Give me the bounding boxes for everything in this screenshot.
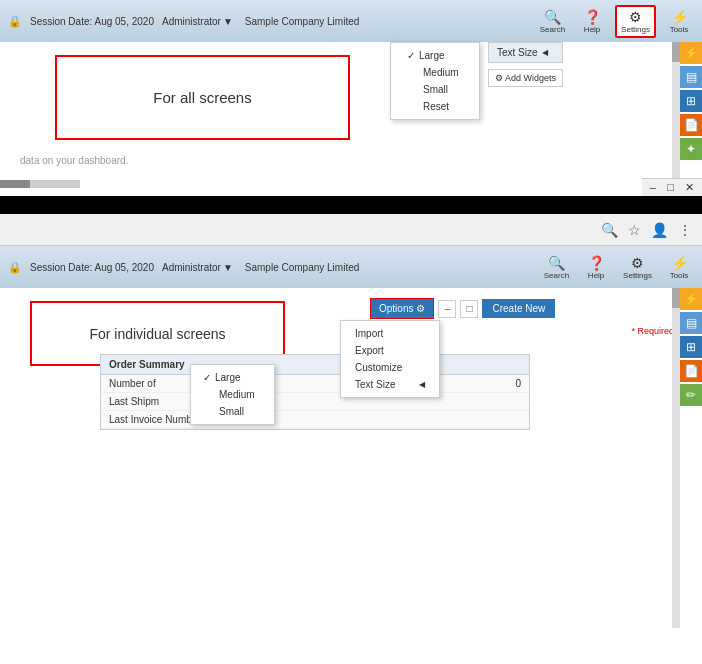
- sidebar-icon-doc-bottom[interactable]: 📄: [680, 360, 702, 382]
- text-size-dropdown-top: ✓ Large Medium Small Reset: [390, 42, 480, 120]
- scrollbar-thumb-bottom[interactable]: [672, 288, 680, 308]
- help-btn-top[interactable]: ❓ Help: [577, 7, 607, 36]
- bottom-bar: 🔒 Session Date: Aug 05, 2020 Administrat…: [0, 246, 702, 288]
- required-text: * Required: [631, 326, 674, 336]
- tools-btn-top[interactable]: ⚡ Tools: [664, 7, 694, 36]
- for-all-screens-box: For all screens: [55, 55, 350, 140]
- sidebar-icon-grid[interactable]: ⊞: [680, 90, 702, 112]
- checkmark-icon: ✓: [407, 50, 415, 61]
- large-option-bottom[interactable]: ✓ Large: [191, 369, 274, 386]
- triangle-icon-bottom: ◀: [419, 380, 425, 389]
- triangle-icon-top: ◀: [542, 48, 548, 57]
- help-btn-bottom[interactable]: ❓ Help: [581, 253, 611, 282]
- settings-icon: ⚙: [629, 9, 642, 25]
- order-row-value-3: [491, 414, 521, 425]
- sidebar-icon-table-bottom[interactable]: ▤: [680, 312, 702, 334]
- menu-icon[interactable]: ⋮: [678, 222, 692, 238]
- close-btn[interactable]: ✕: [685, 181, 694, 194]
- session-date-top: Session Date: Aug 05, 2020: [30, 16, 154, 27]
- top-section: 🔒 Session Date: Aug 05, 2020 Administrat…: [0, 0, 702, 200]
- zoom-icon[interactable]: 🔍: [601, 222, 618, 238]
- settings-btn-bottom[interactable]: ⚙ Settings: [619, 253, 656, 282]
- create-new-button[interactable]: Create New: [482, 299, 555, 318]
- sidebar-icon-doc[interactable]: 📄: [680, 114, 702, 136]
- bookmark-icon[interactable]: ☆: [628, 222, 641, 238]
- top-dropdown-area: ✓ Large Medium Small Reset Text Size ◀: [390, 42, 563, 120]
- small-option-top[interactable]: Small: [391, 81, 479, 98]
- sidebar-icon-table[interactable]: ▤: [680, 66, 702, 88]
- black-bar: [0, 200, 702, 214]
- order-row-value-1: 0: [491, 378, 521, 389]
- order-summary-row-1: Number of 0: [101, 375, 529, 393]
- scrollbar-top[interactable]: [672, 42, 680, 192]
- search-btn-bottom[interactable]: 🔍 Search: [540, 253, 573, 282]
- company-name-top: Sample Company Limited: [245, 16, 360, 27]
- order-summary-row-2: Last Shipm: [101, 393, 529, 411]
- tools-icon: ⚡: [671, 9, 688, 25]
- order-summary-panel: Order Summary Number of 0 Last Shipm Las…: [100, 354, 530, 430]
- right-sidebar-bottom: ⚡ ▤ ⊞ 📄 ✏: [680, 288, 702, 406]
- customize-option[interactable]: Customize: [341, 359, 439, 376]
- order-summary-row-3: Last Invoice Number: [101, 411, 529, 429]
- search-btn-top[interactable]: 🔍 Search: [536, 7, 569, 36]
- tools-btn-bottom[interactable]: ⚡ Tools: [664, 253, 694, 282]
- text-size-submenu: ✓ Large Medium Small: [190, 364, 275, 425]
- admin-dropdown-bottom[interactable]: Administrator ▼: [162, 262, 233, 273]
- lock-icon: 🔒: [8, 15, 22, 28]
- large-option-top[interactable]: ✓ Large: [391, 47, 479, 64]
- export-option[interactable]: Export: [341, 342, 439, 359]
- admin-dropdown-top[interactable]: Administrator ▼: [162, 16, 233, 27]
- window-chrome: – □ ✕: [642, 178, 702, 196]
- help-icon: ❓: [584, 9, 601, 25]
- bottom-section: 🔒 Session Date: Aug 05, 2020 Administrat…: [0, 246, 702, 664]
- medium-option-top[interactable]: Medium: [391, 64, 479, 81]
- options-button[interactable]: Options ⚙: [370, 298, 434, 319]
- sidebar-icon-lightning[interactable]: ⚡: [680, 42, 702, 64]
- lock-icon-bottom: 🔒: [8, 261, 22, 274]
- search-icon: 🔍: [544, 9, 561, 25]
- help-icon-bottom: ❓: [588, 255, 605, 271]
- session-date-bottom: Session Date: Aug 05, 2020: [30, 262, 154, 273]
- search-icon-bottom: 🔍: [548, 255, 565, 271]
- horiz-scroll-top[interactable]: [0, 180, 80, 188]
- expand-btn[interactable]: □: [460, 300, 478, 318]
- options-area: Options ⚙ – □ Create New: [370, 298, 555, 319]
- sidebar-icon-pencil-bottom[interactable]: ✏: [680, 384, 702, 406]
- options-dropdown: Import Export Customize Text Size ◀: [340, 320, 440, 398]
- scrollbar-thumb-top[interactable]: [672, 42, 680, 62]
- medium-option-bottom[interactable]: Medium: [191, 386, 274, 403]
- maximize-btn[interactable]: □: [667, 181, 674, 194]
- browser-chrome: 🔍 ☆ 👤 ⋮: [0, 214, 702, 246]
- order-row-label-3: Last Invoice Number: [109, 414, 491, 425]
- reset-option-top[interactable]: Reset: [391, 98, 479, 115]
- order-row-value-2: [491, 396, 521, 407]
- options-gear-icon: ⚙: [416, 303, 425, 314]
- settings-btn-top[interactable]: ⚙ Settings: [615, 5, 656, 38]
- account-icon[interactable]: 👤: [651, 222, 668, 238]
- sidebar-icon-lightning-bottom[interactable]: ⚡: [680, 288, 702, 310]
- import-option[interactable]: Import: [341, 325, 439, 342]
- sidebar-icon-grid-bottom[interactable]: ⊞: [680, 336, 702, 358]
- small-option-bottom[interactable]: Small: [191, 403, 274, 420]
- company-name-bottom: Sample Company Limited: [245, 262, 360, 273]
- collapse-btn[interactable]: –: [438, 300, 456, 318]
- top-bar: 🔒 Session Date: Aug 05, 2020 Administrat…: [0, 0, 702, 42]
- scrollbar-right-bottom[interactable]: [672, 288, 680, 628]
- sidebar-icon-star[interactable]: ✦: [680, 138, 702, 160]
- right-sidebar-top: ⚡ ▤ ⊞ 📄 ✦: [680, 42, 702, 160]
- dashboard-text: data on your dashboard.: [20, 155, 128, 166]
- text-size-option-row[interactable]: Text Size ◀: [341, 376, 439, 393]
- minimize-btn[interactable]: –: [650, 181, 656, 194]
- horiz-scroll-thumb-top[interactable]: [0, 180, 30, 188]
- settings-icon-bottom: ⚙: [631, 255, 644, 271]
- checkmark-icon-bottom: ✓: [203, 372, 211, 383]
- tools-icon-bottom: ⚡: [671, 255, 688, 271]
- for-individual-screens-label: For individual screens: [89, 326, 225, 342]
- order-summary-title: Order Summary: [101, 355, 529, 375]
- add-widgets-btn[interactable]: ⚙ Add Widgets: [488, 69, 563, 87]
- gear-icon-small: ⚙: [495, 73, 503, 83]
- text-size-panel-top: Text Size ◀: [488, 42, 563, 63]
- for-all-screens-label: For all screens: [153, 89, 251, 106]
